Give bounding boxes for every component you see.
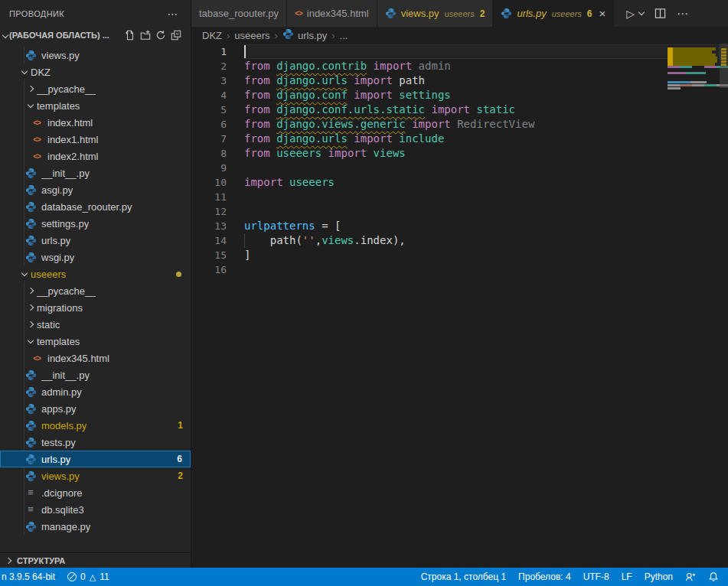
close-icon[interactable]: × <box>599 8 606 19</box>
feedback-button[interactable] <box>679 568 702 586</box>
tree-item-label: views.py <box>41 470 80 482</box>
scrollbar[interactable] <box>720 44 728 568</box>
tree-item-label: db.sqlite3 <box>41 504 84 516</box>
tree-item-label: wsgi.py <box>41 252 74 263</box>
notifications-bell-button[interactable] <box>702 568 728 586</box>
python-icon <box>25 403 37 415</box>
indent-guide <box>24 417 24 434</box>
tree-item-index345.html[interactable]: <>index345.html <box>0 350 191 366</box>
tree-item-asgi.py[interactable]: asgi.py <box>0 181 191 198</box>
code-line-16[interactable]: 16 <box>191 262 728 277</box>
tree-item-urls.py[interactable]: urls.py6 <box>0 451 191 467</box>
refresh-icon[interactable] <box>155 30 166 41</box>
code-line-4[interactable]: 4from django.conf import settings <box>191 88 728 103</box>
tree-item-__pycache__[interactable]: __pycache__ <box>0 282 191 299</box>
tree-item-static[interactable]: static <box>0 316 191 333</box>
tree-item-.dcignore[interactable]: ≡.dcignore <box>0 484 191 501</box>
tree-item-settings.py[interactable]: settings.py <box>0 215 191 232</box>
run-dropdown-icon[interactable] <box>638 9 645 15</box>
tree-item-index2.html[interactable]: <>index2.html <box>0 148 191 164</box>
tree-item-__pycache__[interactable]: __pycache__ <box>0 80 191 97</box>
line-number: 1 <box>191 44 244 59</box>
tab-views.py[interactable]: views.pyuseeers2 <box>377 0 494 27</box>
breadcrumb-item-...[interactable]: ... <box>340 30 348 41</box>
code-line-text: from django.views.generic import Redirec… <box>244 117 534 132</box>
workspace-section-header[interactable]: (РАБОЧАЯ ОБЛАСТЬ) ... <box>0 27 191 44</box>
python-icon-wrap <box>24 403 37 415</box>
tree-item-models.py[interactable]: models.py1 <box>0 417 191 434</box>
indent-guide <box>24 366 24 383</box>
problems-status[interactable]: 0 △ 11 <box>61 568 116 586</box>
chevron-down-icon <box>18 273 31 275</box>
indentation-status[interactable]: Пробелов: 4 <box>512 568 577 586</box>
tab-tabase_roouter.py[interactable]: tabase_roouter.py <box>191 0 287 27</box>
ruler-warning-mark <box>721 48 726 50</box>
indent-guide <box>24 282 24 299</box>
collapse-all-icon[interactable] <box>171 30 181 41</box>
new-folder-icon[interactable] <box>140 30 151 41</box>
tree-item-useeers[interactable]: useeers <box>0 265 191 282</box>
tree-item-admin.py[interactable]: admin.py <box>0 383 191 400</box>
tree-item-manage.py[interactable]: manage.py <box>0 518 191 535</box>
run-button[interactable]: ▷ <box>626 8 644 20</box>
eol-status[interactable]: LF <box>615 568 638 586</box>
tab-description: useeers <box>445 9 475 18</box>
tree-item-templates[interactable]: templates <box>0 333 191 350</box>
tree-item-urls.py[interactable]: urls.py <box>0 232 191 249</box>
code-editor[interactable]: 12from django.contrib import admin3from … <box>191 44 728 568</box>
code-line-1[interactable]: 1 <box>191 44 728 59</box>
code-line-11[interactable]: 11 <box>191 190 728 204</box>
tree-item-index.html[interactable]: <>index.html <box>0 114 191 131</box>
tree-item-DKZ[interactable]: DKZ <box>0 63 191 80</box>
code-line-3[interactable]: 3from django.urls import path <box>191 73 728 88</box>
code-line-14[interactable]: 14 path('',views.index), <box>191 233 728 248</box>
tree-item-migrations[interactable]: migrations <box>0 299 191 316</box>
tree-item-label: index2.html <box>47 151 98 162</box>
tree-item-db.sqlite3[interactable]: ≡db.sqlite3 <box>0 501 191 518</box>
split-editor-button[interactable] <box>655 8 666 19</box>
outline-section-header[interactable]: СТРУКТУРА <box>0 553 191 568</box>
more-actions-button[interactable]: ⋯ <box>677 7 689 21</box>
code-line-5[interactable]: 5from django.conf.urls.static import sta… <box>191 103 728 117</box>
tab-urls.py[interactable]: urls.pyuseeers6× <box>493 0 614 27</box>
breadcrumb-item-DKZ[interactable]: DKZ <box>202 30 222 41</box>
encoding-status[interactable]: UTF-8 <box>577 568 615 586</box>
breadcrumb-item-useeers[interactable]: useeers <box>234 30 269 41</box>
tree-item-wsgi.py[interactable]: wsgi.py <box>0 249 191 265</box>
tree-item-tests.py[interactable]: tests.py <box>0 434 191 451</box>
python-icon-wrap <box>24 218 37 230</box>
code-line-8[interactable]: 8from useeers import views <box>191 146 728 161</box>
code-line-2[interactable]: 2from django.contrib import admin <box>191 59 728 73</box>
tree-item-database_roouter.py[interactable]: database_roouter.py <box>0 198 191 215</box>
explorer-more-actions-icon[interactable]: ⋯ <box>165 8 181 20</box>
tree-item-apps.py[interactable]: apps.py <box>0 400 191 417</box>
file-icon: ≡ <box>24 506 37 513</box>
code-line-12[interactable]: 12 <box>191 204 728 219</box>
code-line-9[interactable]: 9 <box>191 161 728 175</box>
minimap[interactable] <box>668 44 718 93</box>
code-line-10[interactable]: 10import useeers <box>191 175 728 190</box>
tree-item-__init__.py[interactable]: __init__.py <box>0 366 191 383</box>
new-file-icon[interactable] <box>125 30 135 41</box>
tree-item-label: urls.py <box>41 235 70 246</box>
cursor-position-status[interactable]: Строка 1, столбец 1 <box>415 568 512 586</box>
tree-item-templates[interactable]: templates <box>0 97 191 114</box>
code-line-13[interactable]: 13urlpatterns = [ <box>191 219 728 233</box>
tree-item-label: models.py <box>41 420 87 431</box>
tree-item-__init__.py[interactable]: __init__.py <box>0 164 191 181</box>
tree-item-label: __pycache__ <box>37 285 96 297</box>
code-line-6[interactable]: 6from django.views.generic import Redire… <box>191 117 728 132</box>
tree-item-views.py[interactable]: views.py2 <box>0 467 191 484</box>
indent-guide <box>24 97 24 114</box>
code-line-7[interactable]: 7from django.urls import include <box>191 132 728 146</box>
tab-index345.html[interactable]: <>index345.html <box>287 0 377 27</box>
indent-guide <box>24 114 24 131</box>
tree-item-index1.html[interactable]: <>index1.html <box>0 131 191 148</box>
tree-item-views.py[interactable]: views.py <box>0 47 191 63</box>
indent-guide <box>24 198 24 215</box>
python-interpreter-status[interactable]: n 3.9.5 64-bit <box>0 568 61 586</box>
language-mode-status[interactable]: Python <box>638 568 679 586</box>
code-line-15[interactable]: 15] <box>191 248 728 262</box>
line-number: 6 <box>191 117 244 132</box>
breadcrumb-item-urls.py[interactable]: urls.py <box>282 28 327 42</box>
